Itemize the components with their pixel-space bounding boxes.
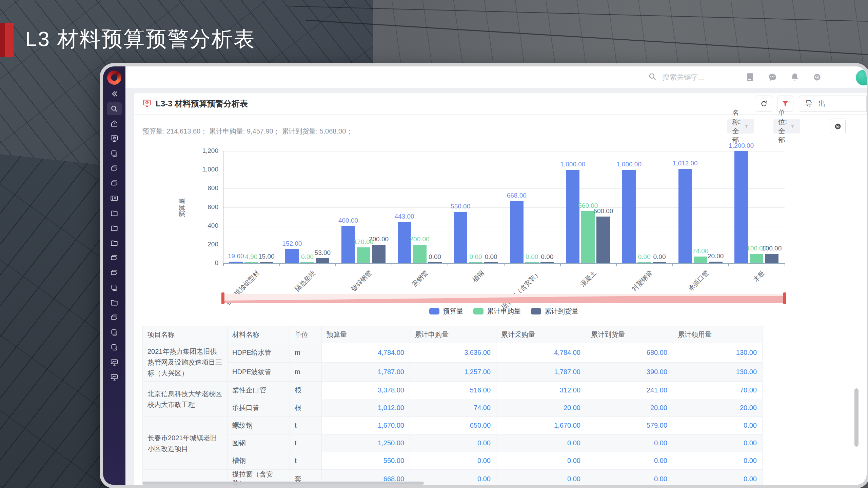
bar-预算量-镀锌钢管[interactable] — [341, 226, 355, 263]
value-cell[interactable]: 0.00 — [496, 470, 586, 488]
bell-icon[interactable] — [789, 72, 800, 83]
sidebar-item-windows-15[interactable] — [107, 311, 122, 324]
value-cell[interactable]: 680.00 — [586, 343, 673, 363]
bar-累计申购量-木板[interactable] — [750, 254, 763, 263]
value-cell[interactable]: 0.00 — [410, 452, 496, 470]
bar-累计到货量-隔热垫块[interactable] — [316, 258, 329, 263]
bar-预算量-木板[interactable] — [734, 151, 748, 263]
bar-累计申购量-黑钢管[interactable] — [413, 245, 427, 263]
value-cell[interactable]: 0.00 — [496, 434, 586, 452]
bar-预算量-隔热垫块[interactable] — [285, 249, 299, 263]
value-cell[interactable]: 650.00 — [410, 417, 496, 434]
bar-累计申购量-镀锌钢管[interactable] — [357, 247, 370, 263]
value-cell[interactable]: 4,784.00 — [322, 343, 410, 363]
value-cell[interactable]: 130.00 — [673, 343, 763, 363]
bar-预算量-混凝土[interactable] — [566, 170, 579, 263]
sidebar-item-squares-4[interactable] — [107, 147, 122, 160]
sidebar-item-windows-12[interactable] — [107, 266, 122, 279]
sidebar-item-collapse-0[interactable] — [107, 87, 122, 100]
bar-累计申购量-衬塑钢管[interactable] — [637, 262, 651, 263]
value-cell[interactable]: 20.00 — [673, 399, 763, 417]
manual-icon[interactable] — [745, 72, 755, 83]
value-cell[interactable]: 0.00 — [673, 452, 763, 470]
sidebar-item-folder-14[interactable] — [107, 296, 122, 309]
value-cell[interactable]: 130.00 — [673, 362, 763, 382]
datazoom-handle-left[interactable] — [221, 292, 224, 304]
chat-icon[interactable] — [767, 72, 778, 83]
value-cell[interactable]: 0.00 — [673, 470, 763, 488]
user-avatar[interactable] — [856, 70, 868, 85]
bar-预算量-槽钢[interactable] — [454, 212, 467, 263]
bar-累计到货量-槽钢[interactable] — [484, 262, 498, 263]
sidebar-item-windows-5[interactable] — [107, 162, 122, 175]
legend-item-预算量[interactable]: 预算量 — [429, 307, 463, 316]
sidebar-item-squares-17[interactable] — [107, 341, 122, 354]
value-cell[interactable]: 0.00 — [410, 470, 496, 488]
value-cell[interactable]: 70.00 — [673, 382, 763, 399]
value-cell[interactable]: 1,257.00 — [410, 362, 496, 382]
bar-累计申购量-提拉窗（含安装）[interactable] — [525, 262, 539, 263]
bar-累计到货量-混凝土[interactable] — [596, 217, 610, 263]
bar-累计申购量-粉末喷涂铝型材[interactable] — [244, 262, 258, 263]
horizontal-scrollbar-thumb[interactable] — [142, 482, 424, 485]
datazoom-track[interactable] — [223, 294, 785, 303]
sidebar-item-monitor-line-18[interactable] — [107, 356, 122, 369]
bar-累计到货量-提拉窗（含安装）[interactable] — [540, 262, 554, 263]
value-cell[interactable]: 3,636.00 — [410, 343, 496, 363]
value-cell[interactable]: 0.00 — [586, 470, 673, 488]
value-cell[interactable]: 1,787.00 — [322, 362, 410, 382]
bar-累计申购量-槽钢[interactable] — [469, 262, 482, 263]
sidebar-item-home-2[interactable] — [107, 117, 122, 130]
value-cell[interactable]: 1,670.00 — [496, 417, 586, 434]
value-cell[interactable]: 20.00 — [586, 399, 673, 417]
value-cell[interactable]: 4,784.00 — [496, 343, 586, 363]
sidebar-item-windows-11[interactable] — [107, 251, 122, 264]
sidebar-item-monitor-line-19[interactable] — [107, 371, 122, 384]
sidebar-item-folder-10[interactable] — [107, 237, 122, 249]
sidebar-item-squares-16[interactable] — [107, 326, 122, 339]
value-cell[interactable]: 74.00 — [410, 399, 496, 417]
bar-累计到货量-承插口管[interactable] — [709, 262, 723, 264]
value-cell[interactable]: 579.00 — [586, 417, 673, 434]
value-cell[interactable]: 0.00 — [586, 434, 673, 452]
bar-累计申购量-隔热垫块[interactable] — [300, 262, 314, 263]
value-cell[interactable]: 0.00 — [410, 434, 496, 452]
vertical-scrollbar-thumb[interactable] — [854, 388, 859, 447]
sidebar-item-folder-8[interactable] — [107, 207, 122, 220]
sidebar-item-monitor-pie-3[interactable] — [107, 132, 122, 145]
value-cell[interactable]: 1,250.00 — [322, 434, 410, 452]
sidebar-item-windows-6[interactable] — [107, 177, 122, 190]
legend-item-累计申购量[interactable]: 累计申购量 — [473, 307, 521, 316]
value-cell[interactable]: 20.00 — [496, 399, 586, 417]
value-cell[interactable]: 241.00 — [586, 382, 673, 399]
value-cell[interactable]: 550.00 — [322, 452, 410, 470]
value-cell[interactable]: 0.00 — [673, 434, 763, 452]
gear-icon[interactable] — [812, 72, 823, 83]
sidebar-item-search-1[interactable] — [107, 102, 122, 115]
bar-预算量-粉末喷涂铝型材[interactable] — [229, 262, 243, 263]
value-cell[interactable]: 390.00 — [586, 362, 673, 382]
value-cell[interactable]: 516.00 — [410, 382, 496, 399]
value-cell[interactable]: 0.00 — [673, 417, 763, 434]
bar-预算量-提拉窗（含安装）[interactable] — [510, 201, 524, 263]
bar-预算量-承插口管[interactable] — [678, 169, 692, 263]
bar-预算量-黑钢管[interactable] — [398, 222, 411, 263]
bar-累计到货量-衬塑钢管[interactable] — [653, 262, 666, 263]
bar-累计到货量-镀锌钢管[interactable] — [372, 245, 386, 263]
bar-预算量-衬塑钢管[interactable] — [622, 170, 636, 263]
value-cell[interactable]: 668.00 — [322, 470, 410, 488]
value-cell[interactable]: 3,378.00 — [322, 382, 410, 399]
value-cell[interactable]: 0.00 — [586, 452, 673, 470]
sidebar-item-squares-13[interactable] — [107, 281, 122, 294]
app-logo[interactable] — [107, 70, 121, 85]
sidebar-item-folder-9[interactable] — [107, 222, 122, 235]
bar-累计申购量-承插口管[interactable] — [694, 257, 707, 263]
datazoom-handle-right[interactable] — [783, 292, 786, 304]
sidebar-item-ticket-yen-7[interactable]: ¥ — [107, 192, 122, 205]
global-search[interactable]: 搜索关键字... — [648, 66, 704, 88]
bar-累计申购量-混凝土[interactable] — [581, 211, 595, 264]
bar-累计到货量-粉末喷涂铝型材[interactable] — [260, 262, 273, 263]
bar-累计到货量-木板[interactable] — [765, 254, 778, 263]
value-cell[interactable]: 0.00 — [496, 452, 586, 470]
value-cell[interactable]: 1,787.00 — [496, 362, 586, 382]
